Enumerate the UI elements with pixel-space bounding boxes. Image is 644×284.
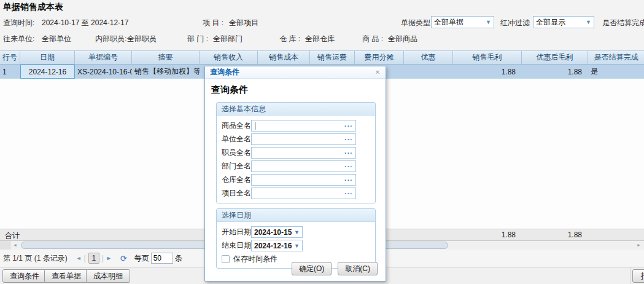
- project-name-label: 项目全名: [222, 188, 251, 199]
- unit-name-label: 单位全名: [222, 134, 251, 144]
- column-header-settled[interactable]: 是否结算完成: [588, 51, 644, 64]
- goods-label: 商 品 :: [362, 34, 383, 44]
- staff-label: 内部职员:: [95, 34, 126, 44]
- staff-name-input[interactable]: ···: [251, 147, 356, 159]
- scroll-left-icon[interactable]: ◄: [10, 242, 20, 249]
- cell-summary[interactable]: 销售【移动加权】等: [132, 65, 200, 79]
- doc-type-select[interactable]: 全部单据 ▼: [431, 16, 494, 28]
- dept-label: 部 门 :: [187, 34, 208, 44]
- end-date-label: 结束日期: [222, 240, 251, 251]
- cell-after-discount[interactable]: 1.88: [522, 65, 588, 79]
- query-conditions-button[interactable]: 查询条件: [2, 269, 47, 283]
- column-header-freight[interactable]: 销售运费: [310, 51, 355, 64]
- scroll-right-icon[interactable]: ►: [634, 242, 643, 249]
- page-info: 第 1/1 页 (1 条记录): [3, 253, 68, 264]
- totals-label: 合计: [5, 231, 20, 241]
- cost-detail-button[interactable]: 成本明细: [86, 269, 130, 283]
- project-name-input[interactable]: ···: [251, 187, 356, 199]
- doc-type-selected: 全部单据: [434, 17, 484, 28]
- goods-value[interactable]: 全部商品: [388, 34, 417, 44]
- cell-gross-profit[interactable]: 1.88: [453, 65, 522, 79]
- cell-discount[interactable]: [404, 65, 453, 79]
- product-name-input[interactable]: ···: [251, 120, 356, 132]
- settle-complete-label: 是否结算完成: [602, 18, 644, 28]
- save-time-checkbox-label: 保存时间条件: [233, 254, 277, 264]
- current-page-button[interactable]: 1: [88, 253, 99, 264]
- ellipsis-icon[interactable]: ···: [344, 177, 353, 183]
- query-time-value[interactable]: 2024-10-17 至 2024-12-17: [42, 18, 128, 28]
- staff-value[interactable]: 全部职员: [127, 34, 157, 44]
- query-conditions-dialog: 查询条件 ✕ 查询条件 选择基本信息 商品全名 ··· 单位全名: [204, 66, 386, 282]
- prev-page-icon[interactable]: ◄: [76, 255, 82, 261]
- end-date-select[interactable]: 2024-12-16 ▼: [251, 240, 303, 251]
- scrollbar-corner: [0, 241, 10, 250]
- ellipsis-icon[interactable]: ···: [344, 191, 353, 197]
- cell-doc-no[interactable]: XS-2024-10-16-01: [75, 65, 132, 79]
- warehouse-name-label: 仓库全名: [222, 175, 251, 185]
- ellipsis-icon[interactable]: ···: [344, 150, 353, 156]
- ellipsis-icon[interactable]: ···: [344, 123, 353, 129]
- doc-type-label: 单据类型: [401, 18, 430, 28]
- date-group: 选择日期 开始日期 2024-10-15 ▼ 结束日期 2024-12-16 ▼: [216, 208, 376, 269]
- red-filter-label: 红冲过滤: [500, 18, 530, 28]
- page-title: 单据销售成本表: [3, 2, 63, 13]
- date-group-title: 选择日期: [217, 209, 375, 222]
- column-header-sales-cost[interactable]: 销售成本: [258, 51, 310, 64]
- dept-name-input[interactable]: ···: [251, 160, 356, 172]
- column-header-fee-share[interactable]: 费用分摊: [355, 51, 404, 64]
- totals-gross-profit: 1.88: [453, 231, 516, 239]
- ellipsis-icon[interactable]: ···: [344, 136, 353, 143]
- start-date-label: 开始日期: [222, 227, 251, 237]
- start-date-select[interactable]: 2024-10-15 ▼: [251, 226, 303, 238]
- per-page-input[interactable]: [151, 253, 173, 264]
- dept-name-label: 部门全名: [222, 161, 251, 172]
- close-icon[interactable]: ✕: [373, 69, 382, 76]
- basic-info-group: 选择基本信息 商品全名 ··· 单位全名 ···: [216, 102, 376, 203]
- partner-value[interactable]: 全部单位: [42, 34, 71, 44]
- column-header-date[interactable]: 日期: [20, 51, 75, 64]
- ok-button[interactable]: 确定(O): [292, 262, 332, 275]
- column-header-doc-no[interactable]: 单据编号: [75, 51, 132, 64]
- dialog-titlebar[interactable]: 查询条件 ✕: [205, 66, 386, 79]
- chevron-down-icon: ▼: [294, 243, 300, 249]
- staff-name-label: 职员全名: [222, 148, 251, 158]
- column-header-after-discount[interactable]: 优惠后毛利: [522, 51, 588, 64]
- red-filter-selected: 全部显示: [536, 17, 584, 28]
- end-date-value: 2024-12-16: [254, 242, 292, 250]
- app-window: 单据销售成本表 查询时间: 2024-10-17 至 2024-12-17 项 …: [0, 0, 644, 284]
- print-button[interactable]: 打印: [632, 269, 644, 283]
- per-page-label: 每页: [134, 253, 149, 264]
- chevron-down-icon: ▼: [294, 229, 300, 235]
- column-header-sales-income[interactable]: 销售收入: [200, 51, 258, 64]
- pager-separator: |: [102, 254, 104, 262]
- project-value[interactable]: 全部项目: [229, 18, 258, 28]
- warehouse-name-input[interactable]: ···: [251, 174, 356, 186]
- ellipsis-icon[interactable]: ···: [344, 164, 353, 170]
- query-time-label: 查询时间:: [3, 18, 34, 28]
- column-header-summary[interactable]: 摘要: [132, 51, 200, 64]
- totals-after-discount: 1.88: [522, 231, 582, 239]
- column-header-gross-profit[interactable]: 销售毛利: [453, 51, 522, 64]
- dept-value[interactable]: 全部部门: [213, 34, 242, 44]
- cell-settled[interactable]: 是: [588, 65, 644, 79]
- footer-divider: [630, 267, 630, 284]
- warehouse-value[interactable]: 全部仓库: [305, 34, 335, 44]
- column-header-discount[interactable]: 优惠: [404, 51, 453, 64]
- project-label: 项 目 :: [203, 18, 223, 28]
- filter-toolbar: 单据销售成本表 查询时间: 2024-10-17 至 2024-12-17 项 …: [0, 0, 644, 50]
- partner-label: 往来单位:: [3, 34, 34, 44]
- cell-date[interactable]: 2024-12-16: [20, 65, 75, 79]
- dialog-title: 查询条件: [210, 67, 373, 77]
- cancel-button[interactable]: 取消(C): [338, 262, 378, 275]
- cell-row-no[interactable]: 1: [0, 65, 20, 79]
- view-document-button[interactable]: 查看单据: [44, 269, 88, 283]
- red-filter-select[interactable]: 全部显示 ▼: [533, 16, 594, 28]
- next-page-icon[interactable]: ►: [106, 255, 112, 261]
- dialog-heading: 查询条件: [211, 84, 386, 96]
- per-page-unit: 条: [175, 253, 182, 264]
- refresh-icon[interactable]: ⟳: [120, 254, 127, 263]
- column-header-row-no[interactable]: 行号: [0, 51, 20, 64]
- unit-name-input[interactable]: ···: [251, 133, 356, 145]
- save-time-checkbox[interactable]: [222, 255, 230, 263]
- text-caret: [255, 122, 255, 130]
